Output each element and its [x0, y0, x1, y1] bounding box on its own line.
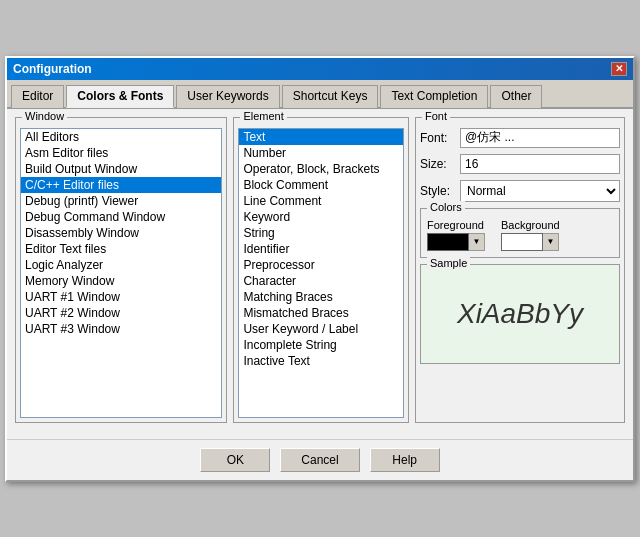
dialog-footer: OK Cancel Help [7, 439, 633, 480]
background-swatch-row: ▼ [501, 233, 559, 251]
foreground-swatch-row: ▼ [427, 233, 485, 251]
colors-subpanel-title: Colors [427, 201, 465, 213]
foreground-swatch [427, 233, 469, 251]
cancel-button[interactable]: Cancel [280, 448, 359, 472]
size-row: Size: [420, 154, 620, 174]
sample-panel: Sample XiAaBbYy [420, 264, 620, 364]
style-row: Style: NormalBoldItalicBold Italic [420, 180, 620, 202]
font-row: Font: [420, 128, 620, 148]
window-listbox[interactable]: All EditorsAsm Editor filesBuild Output … [20, 128, 222, 418]
window-panel: Window All EditorsAsm Editor filesBuild … [15, 117, 227, 423]
tab-bar: Editor Colors & Fonts User Keywords Shor… [7, 80, 633, 109]
list-item[interactable]: Logic Analyzer [21, 257, 221, 273]
list-item[interactable]: Debug (printf) Viewer [21, 193, 221, 209]
list-item[interactable]: Number [239, 145, 403, 161]
list-item[interactable]: Block Comment [239, 177, 403, 193]
font-panel-title: Font [422, 110, 450, 122]
font-panel: Font Font: Size: Style: NormalBoldItalic… [415, 117, 625, 423]
list-item[interactable]: Debug Command Window [21, 209, 221, 225]
tab-colors-fonts[interactable]: Colors & Fonts [66, 85, 174, 108]
background-dropdown-btn[interactable]: ▼ [543, 233, 559, 251]
sample-panel-title: Sample [427, 257, 470, 269]
tab-editor[interactable]: Editor [11, 85, 64, 108]
list-item[interactable]: Identifier [239, 241, 403, 257]
element-panel: Element TextNumberOperator, Block, Brack… [233, 117, 409, 423]
list-item[interactable]: Incomplete String [239, 337, 403, 353]
list-item[interactable]: Build Output Window [21, 161, 221, 177]
foreground-label: Foreground [427, 219, 484, 231]
size-input[interactable] [460, 154, 620, 174]
configuration-dialog: Configuration ✕ Editor Colors & Fonts Us… [5, 56, 635, 482]
font-input[interactable] [460, 128, 620, 148]
ok-button[interactable]: OK [200, 448, 270, 472]
list-item[interactable]: UART #2 Window [21, 305, 221, 321]
colors-subpanel: Colors Foreground ▼ Background [420, 208, 620, 258]
list-item[interactable]: Line Comment [239, 193, 403, 209]
tab-shortcut-keys[interactable]: Shortcut Keys [282, 85, 379, 108]
size-label: Size: [420, 157, 460, 171]
tab-user-keywords[interactable]: User Keywords [176, 85, 279, 108]
list-item[interactable]: C/C++ Editor files [21, 177, 221, 193]
list-item[interactable]: UART #3 Window [21, 321, 221, 337]
list-item[interactable]: Memory Window [21, 273, 221, 289]
main-columns: Window All EditorsAsm Editor filesBuild … [15, 117, 625, 423]
colors-row: Foreground ▼ Background ▼ [427, 219, 613, 251]
list-item[interactable]: Text [239, 129, 403, 145]
list-item[interactable]: User Keyword / Label [239, 321, 403, 337]
close-button[interactable]: ✕ [611, 62, 627, 76]
element-panel-title: Element [240, 110, 286, 122]
list-item[interactable]: Preprocessor [239, 257, 403, 273]
list-item[interactable]: Mismatched Braces [239, 305, 403, 321]
foreground-dropdown-btn[interactable]: ▼ [469, 233, 485, 251]
background-label: Background [501, 219, 560, 231]
dialog-body: Window All EditorsAsm Editor filesBuild … [7, 109, 633, 439]
font-label: Font: [420, 131, 460, 145]
foreground-col: Foreground ▼ [427, 219, 485, 251]
list-item[interactable]: Inactive Text [239, 353, 403, 369]
list-item[interactable]: Character [239, 273, 403, 289]
list-item[interactable]: UART #1 Window [21, 289, 221, 305]
tab-text-completion[interactable]: Text Completion [380, 85, 488, 108]
title-bar: Configuration ✕ [7, 58, 633, 80]
tab-other[interactable]: Other [490, 85, 542, 108]
style-select[interactable]: NormalBoldItalicBold Italic [460, 180, 620, 202]
list-item[interactable]: All Editors [21, 129, 221, 145]
sample-text: XiAaBbYy [457, 298, 583, 330]
list-item[interactable]: Disassembly Window [21, 225, 221, 241]
list-item[interactable]: Operator, Block, Brackets [239, 161, 403, 177]
list-item[interactable]: Asm Editor files [21, 145, 221, 161]
list-item[interactable]: String [239, 225, 403, 241]
list-item[interactable]: Keyword [239, 209, 403, 225]
background-col: Background ▼ [501, 219, 560, 251]
style-label: Style: [420, 184, 460, 198]
element-listbox[interactable]: TextNumberOperator, Block, BracketsBlock… [238, 128, 404, 418]
background-swatch [501, 233, 543, 251]
dialog-title: Configuration [13, 62, 92, 76]
list-item[interactable]: Matching Braces [239, 289, 403, 305]
window-panel-title: Window [22, 110, 67, 122]
help-button[interactable]: Help [370, 448, 440, 472]
list-item[interactable]: Editor Text files [21, 241, 221, 257]
